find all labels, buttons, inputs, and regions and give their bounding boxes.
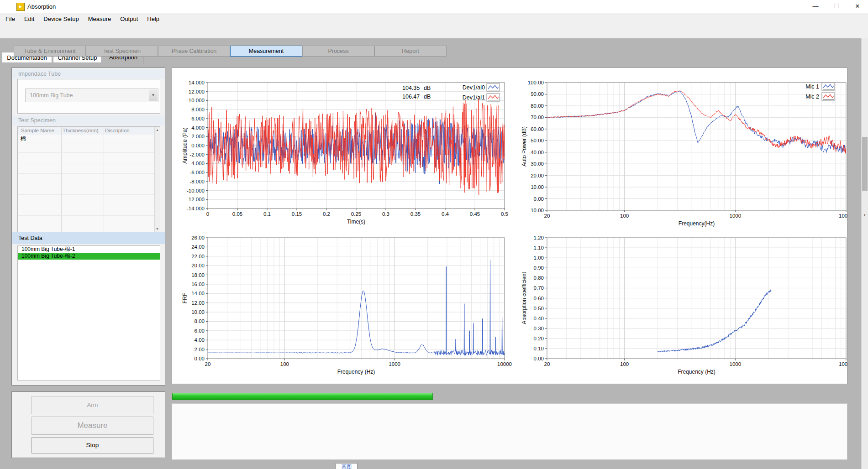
svg-text:1000: 1000 [730, 361, 742, 367]
svg-text:6.000: 6.000 [191, 116, 205, 121]
close-button[interactable]: ✕ [847, 0, 868, 13]
svg-text:-14.000: -14.000 [187, 206, 205, 211]
svg-text:0.05: 0.05 [232, 211, 242, 217]
svg-text:0.25: 0.25 [351, 211, 361, 217]
svg-text:20.00: 20.00 [531, 173, 544, 178]
bottom-tab-plot[interactable]: 画图 [336, 463, 358, 469]
column-sample-name: Sample Name [21, 128, 54, 133]
svg-text:8.00: 8.00 [195, 318, 205, 324]
svg-text:10000: 10000 [497, 361, 512, 367]
menu-item-device-setup[interactable]: Device Setup [39, 13, 83, 26]
svg-text:12.000: 12.000 [189, 89, 205, 94]
subtab-process[interactable]: Process [302, 46, 374, 57]
svg-text:40.00: 40.00 [531, 150, 544, 155]
impedance-tube-dropdown[interactable]: 100mm Big Tube ▼ [25, 89, 158, 102]
svg-text:100.00: 100.00 [528, 80, 544, 85]
x-axis-label: Frequency (Hz) [678, 369, 715, 375]
svg-text:10000: 10000 [839, 213, 847, 219]
svg-text:100: 100 [620, 213, 629, 219]
level-readout: 106.47 [402, 94, 420, 100]
menu-item-output[interactable]: Output [116, 13, 142, 26]
svg-text:0.35: 0.35 [410, 211, 421, 217]
column-discription: Discription [105, 128, 130, 133]
svg-text:26.00: 26.00 [191, 235, 205, 240]
row-line [18, 205, 154, 205]
svg-text:20.00: 20.00 [191, 263, 205, 268]
row-line [18, 194, 154, 195]
subtab-test-specimen[interactable]: Test Specimen [86, 46, 158, 57]
level-readout-unit: dB [424, 94, 431, 100]
svg-text:0.1: 0.1 [263, 211, 271, 217]
app-icon: ▶ [16, 3, 25, 11]
row-line [18, 163, 154, 163]
table-header-row: Sample Name Thickness(mm) Discription [18, 127, 160, 135]
test-data-title: Test Data [12, 232, 165, 244]
svg-text:14.000: 14.000 [189, 80, 205, 85]
minimize-button[interactable]: — [805, 0, 826, 13]
svg-text:20: 20 [544, 361, 550, 367]
chart-waveform: -14.000-12.000-10.000-8.000-6.000-4.000-… [182, 80, 508, 225]
scrollbar-thumb[interactable] [862, 137, 868, 191]
subtab-tube-environment[interactable]: Tube & Environment [14, 46, 86, 57]
impedance-tube-value: 100mm Big Tube [30, 89, 73, 102]
svg-text:0: 0 [206, 211, 209, 217]
maximize-button[interactable]: ☐ [826, 0, 847, 13]
svg-text:0.2: 0.2 [323, 211, 330, 217]
title-bar: ▶ Absorption — ☐ ✕ [0, 0, 868, 13]
status-area [172, 403, 847, 460]
x-axis-label: Frequency(Hz) [679, 220, 715, 227]
legend-label: Dev1/ai1 [463, 94, 485, 101]
svg-text:20: 20 [544, 213, 550, 219]
svg-text:20: 20 [205, 361, 211, 367]
row-line [18, 142, 154, 142]
menu-item-file[interactable]: File [1, 13, 20, 26]
table-scrollbar[interactable]: ▲ ▼ [154, 127, 160, 232]
menu-item-edit[interactable]: Edit [20, 13, 39, 26]
svg-text:-6.000: -6.000 [189, 170, 205, 175]
window-title: Absorption [27, 3, 56, 10]
svg-text:0.5: 0.5 [501, 211, 508, 217]
absorption-app: { "window": { "title": "Absorption", "ic… [0, 0, 868, 469]
svg-text:-10.000: -10.000 [187, 188, 205, 193]
y-axis-label: Absorption coefficient [521, 272, 527, 324]
test-data-list: 100mm Big Tube-棉-1 100mm Big Tube-棉-2 [17, 245, 160, 380]
panel-collapse-icon[interactable]: ‹ [862, 211, 868, 219]
arm-button[interactable]: Arm [32, 396, 153, 414]
stop-button[interactable]: Stop [32, 437, 153, 453]
svg-text:10.00: 10.00 [191, 309, 205, 315]
y-axis-label: FRF [182, 293, 188, 303]
subtab-measurement[interactable]: Measurement [230, 46, 302, 57]
svg-text:4.000: 4.000 [191, 125, 205, 130]
column-divider [104, 127, 104, 232]
row-line [18, 184, 154, 184]
menu-item-measure[interactable]: Measure [84, 13, 116, 26]
impedance-tube-box: 100mm Big Tube ▼ [17, 79, 160, 114]
svg-text:0.40: 0.40 [534, 316, 544, 321]
scroll-up-icon[interactable]: ▲ [155, 127, 160, 131]
svg-text:0.60: 0.60 [534, 296, 544, 301]
svg-text:24.00: 24.00 [191, 244, 205, 250]
level-readout-unit: dB [424, 85, 431, 91]
subtab-phase-calibration[interactable]: Phase Calibration [158, 46, 230, 57]
scroll-down-icon[interactable]: ▼ [155, 227, 160, 230]
vertical-scrollbar[interactable]: ‹ [861, 38, 868, 469]
list-item[interactable]: 100mm Big Tube-棉-2 [18, 253, 160, 260]
svg-text:70.00: 70.00 [531, 115, 544, 120]
svg-text:50.00: 50.00 [531, 138, 544, 143]
chevron-down-icon[interactable]: ▼ [149, 89, 158, 101]
menu-item-help[interactable]: Help [142, 13, 164, 26]
impedance-tube-title: Impendace Tube [12, 69, 165, 79]
svg-text:14.00: 14.00 [191, 291, 205, 296]
subtab-report[interactable]: Report [374, 46, 447, 57]
svg-text:30.00: 30.00 [531, 161, 544, 167]
menu-bar: File Edit Device Setup Measure Output He… [0, 13, 868, 26]
test-specimen-title: Test Specimen [12, 115, 165, 125]
list-item[interactable]: 100mm Big Tube-棉-1 [18, 246, 160, 253]
row-line [18, 173, 154, 174]
measure-button[interactable]: Measure [32, 417, 153, 435]
chart-absorption: 0.000.100.200.300.400.500.600.700.800.90… [521, 235, 847, 375]
svg-text:0.000: 0.000 [191, 143, 205, 148]
svg-text:10.00: 10.00 [531, 184, 544, 190]
level-readout: 104.35 [402, 85, 420, 91]
svg-text:0.00: 0.00 [534, 196, 544, 202]
